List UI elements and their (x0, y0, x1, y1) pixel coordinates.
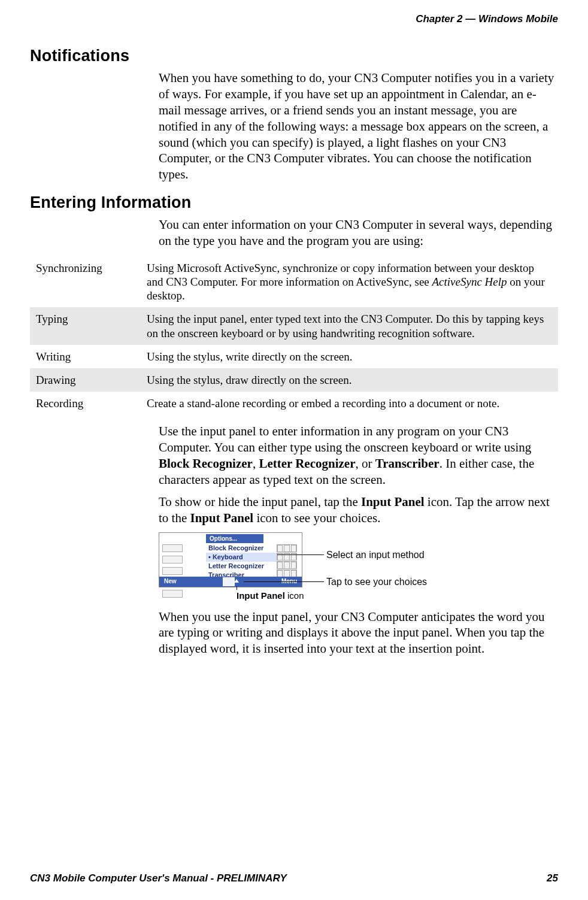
caption-bold: Input Panel (237, 590, 285, 601)
para-notifications: When you have something to do, your CN3 … (159, 70, 554, 183)
table-row: Recording Create a stand-alone recording… (30, 392, 558, 415)
table-row: Synchronizing Using Microsoft ActiveSync… (30, 256, 558, 308)
text: Use the input panel to enter information… (159, 424, 531, 454)
caption-input-panel-icon: Input Panel icon (237, 590, 304, 601)
page-number: 25 (547, 872, 558, 884)
input-methods-table: Synchronizing Using Microsoft ActiveSync… (30, 256, 558, 415)
heading-notifications: Notifications (30, 47, 558, 65)
heading-entering-information: Entering Information (30, 193, 558, 212)
left-key-column (162, 544, 183, 601)
options-bar: Options... (206, 534, 263, 543)
menu-item: Letter Recognizer (206, 562, 277, 571)
table-row: Drawing Using the stylus, draw directly … (30, 368, 558, 392)
device-screenshot: Options... Block Recognizer Keyboard Let… (159, 532, 302, 587)
term-cell: Typing (30, 307, 141, 344)
running-header: Chapter 2 — Windows Mobile (30, 13, 558, 25)
table-row: Typing Using the input panel, enter type… (30, 307, 558, 344)
body-entering-intro: You can enter information on your CN3 Co… (159, 217, 554, 249)
desc-cell: Create a stand-alone recording or embed … (141, 392, 558, 415)
desc-cell: Using the stylus, write directly on the … (141, 345, 558, 368)
text: , (253, 456, 259, 471)
bold-text: Input Panel (190, 511, 254, 525)
desc-cell: Using Microsoft ActiveSync, synchronize … (141, 256, 558, 308)
callout-text: Select an input method (326, 550, 425, 560)
text: icon to see your choices. (253, 511, 380, 525)
table-row: Writing Using the stylus, write directly… (30, 345, 558, 368)
text: , or (355, 456, 375, 471)
page-footer: CN3 Mobile Computer User's Manual - PREL… (30, 872, 558, 884)
text: To show or hide the input panel, tap the (159, 495, 361, 509)
para-anticipate: When you use the input panel, your CN3 C… (159, 609, 554, 657)
arrow-up-icon (234, 579, 239, 583)
bold-text: Block Recognizer (159, 456, 253, 471)
input-panel-icon (223, 577, 235, 586)
bold-text: Letter Recognizer (259, 456, 355, 471)
caption-text: icon (285, 590, 304, 601)
term-cell: Synchronizing (30, 256, 141, 308)
softkey-new: New (164, 578, 177, 586)
desc-italic: ActiveSync Help (432, 275, 507, 288)
term-cell: Drawing (30, 368, 141, 392)
para-input-panel-desc: Use the input panel to enter information… (159, 423, 554, 488)
body-notifications: When you have something to do, your CN3 … (159, 70, 554, 183)
right-key-column (277, 544, 298, 578)
term-cell: Writing (30, 345, 141, 368)
input-method-menu: Block Recognizer Keyboard Letter Recogni… (206, 544, 277, 580)
para-entering-intro: You can enter information on your CN3 Co… (159, 217, 554, 249)
para-show-hide: To show or hide the input panel, tap the… (159, 494, 554, 526)
menu-item-selected: Keyboard (206, 553, 277, 562)
bold-text: Transcriber (375, 456, 440, 471)
desc-cell: Using the input panel, enter typed text … (141, 307, 558, 344)
body-entering-rest: Use the input panel to enter information… (159, 423, 554, 657)
bold-text: Input Panel (361, 495, 425, 509)
desc-cell: Using the stylus, draw directly on the s… (141, 368, 558, 392)
menu-item: Block Recognizer (206, 544, 277, 553)
callout-select-method: Select an input method (326, 549, 425, 561)
input-panel-figure: Options... Block Recognizer Keyboard Let… (159, 532, 554, 604)
callout-text: Tap to see your choices (326, 577, 427, 587)
footer-title: CN3 Mobile Computer User's Manual - PREL… (30, 872, 287, 884)
term-cell: Recording (30, 392, 141, 415)
page: Chapter 2 — Windows Mobile Notifications… (0, 0, 588, 900)
callout-tap-choices: Tap to see your choices (326, 576, 427, 588)
